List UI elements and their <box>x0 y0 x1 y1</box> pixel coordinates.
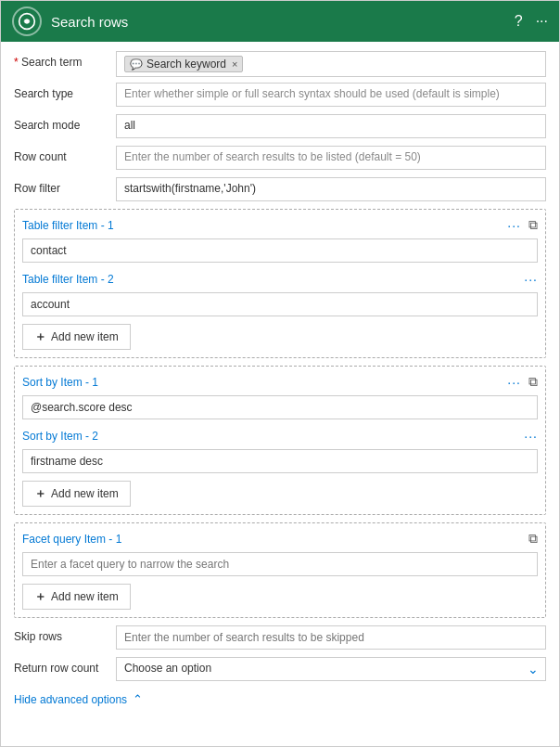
sort-by-item2-actions: ··· <box>524 429 538 444</box>
skip-rows-input-wrap <box>116 625 546 650</box>
row-filter-row: Row filter startswith(firstname,'John') <box>14 177 546 203</box>
return-row-count-select-wrap: Choose an option ⌄ <box>116 657 546 681</box>
sort-by-item1-actions: ··· ⧉ <box>507 374 538 390</box>
table-filter-add-label: Add new item <box>51 330 119 343</box>
row-count-label: Row count <box>14 146 116 163</box>
search-mode-row: Search mode all <box>14 114 546 140</box>
tag-chat-icon: 💬 <box>130 58 143 71</box>
tag-close-btn[interactable]: × <box>232 58 237 70</box>
search-mode-label: Search mode <box>14 114 116 132</box>
facet-query-item1-input[interactable] <box>22 552 538 576</box>
search-term-tag-input[interactable]: 💬 Search keyword × <box>116 51 546 77</box>
app-header: Search rows ? ··· <box>1 1 559 42</box>
facet-plus-icon: ＋ <box>34 588 46 605</box>
sort-plus-icon: ＋ <box>34 485 46 502</box>
content-area: Search term 💬 Search keyword × Search ty… <box>1 42 559 746</box>
search-keyword-tag: 💬 Search keyword × <box>124 56 243 72</box>
search-term-input-wrap: 💬 Search keyword × <box>116 51 546 77</box>
header-actions: ? ··· <box>515 13 548 30</box>
facet-query-item1-header: Facet query Item - 1 ⧉ <box>22 531 538 547</box>
table-filter-item1-title: Table filter Item - 1 <box>22 219 507 232</box>
table-filter-item2-header: Table filter Item - 2 ··· <box>22 272 538 287</box>
sort-by-section: Sort by Item - 1 ··· ⧉ Sort by Item - 2 … <box>14 366 546 515</box>
sort-by-item1-input[interactable] <box>22 395 538 419</box>
facet-query-section: Facet query Item - 1 ⧉ ＋ Add new item <box>14 522 546 618</box>
skip-rows-input[interactable] <box>116 625 546 650</box>
search-type-input[interactable]: Enter whether simple or full search synt… <box>116 83 546 107</box>
table-filter-item1-copy-icon[interactable]: ⧉ <box>528 217 538 233</box>
sort-by-item1-header: Sort by Item - 1 ··· ⧉ <box>22 374 538 390</box>
page-title: Search rows <box>51 14 515 30</box>
table-filter-add-btn[interactable]: ＋ Add new item <box>22 324 131 350</box>
skip-rows-row: Skip rows <box>14 625 546 651</box>
sort-by-item1-title: Sort by Item - 1 <box>22 376 507 389</box>
row-filter-label: Row filter <box>14 177 116 195</box>
row-filter-input[interactable]: startswith(firstname,'John') <box>116 177 546 201</box>
table-filter-item2-dots[interactable]: ··· <box>524 272 538 287</box>
sort-by-item1-dots[interactable]: ··· <box>507 375 521 390</box>
facet-query-item1-actions: ⧉ <box>528 531 538 547</box>
row-count-row: Row count Enter the number of search res… <box>14 146 546 172</box>
sort-by-item2-input[interactable] <box>22 449 538 473</box>
sort-by-add-label: Add new item <box>51 487 119 500</box>
table-filter-section: Table filter Item - 1 ··· ⧉ Table filter… <box>14 209 546 358</box>
skip-rows-label: Skip rows <box>14 625 116 643</box>
return-row-count-row: Return row count Choose an option ⌄ <box>14 657 546 683</box>
table-filter-item1-header: Table filter Item - 1 ··· ⧉ <box>22 217 538 233</box>
table-filter-item1-dots[interactable]: ··· <box>507 218 521 233</box>
return-row-count-select[interactable]: Choose an option <box>116 657 546 681</box>
more-icon[interactable]: ··· <box>536 13 548 30</box>
table-filter-item1-actions: ··· ⧉ <box>507 217 538 233</box>
search-type-row: Search type Enter whether simple or full… <box>14 83 546 109</box>
return-row-count-input-wrap: Choose an option ⌄ <box>116 657 546 681</box>
sort-by-item2-title: Sort by Item - 2 <box>22 430 524 443</box>
search-mode-input-wrap: all <box>116 114 546 138</box>
row-count-input-wrap: Enter the number of search results to be… <box>116 146 546 170</box>
search-mode-input[interactable]: all <box>116 114 546 138</box>
search-type-label: Search type <box>14 83 116 100</box>
sort-by-add-btn[interactable]: ＋ Add new item <box>22 481 131 507</box>
facet-query-item1-copy-icon[interactable]: ⧉ <box>528 531 538 547</box>
table-filter-item2-title: Table filter Item - 2 <box>22 273 524 286</box>
app-logo <box>12 6 42 36</box>
hide-advanced-btn[interactable]: Hide advanced options ⌃ <box>14 692 546 706</box>
tag-text: Search keyword <box>146 58 226 71</box>
plus-icon: ＋ <box>34 328 46 345</box>
row-filter-input-wrap: startswith(firstname,'John') <box>116 177 546 201</box>
return-row-count-label: Return row count <box>14 657 116 675</box>
table-filter-item2-input[interactable] <box>22 292 538 316</box>
table-filter-item2-actions: ··· <box>524 272 538 287</box>
table-filter-item1-input[interactable] <box>22 238 538 263</box>
search-term-row: Search term 💬 Search keyword × <box>14 51 546 77</box>
hide-advanced-label: Hide advanced options <box>14 693 127 706</box>
sort-by-item1-copy-icon[interactable]: ⧉ <box>528 374 538 390</box>
svg-point-1 <box>25 19 30 24</box>
sort-by-item2-header: Sort by Item - 2 ··· <box>22 429 538 444</box>
facet-query-add-btn[interactable]: ＋ Add new item <box>22 584 131 610</box>
search-term-label: Search term <box>14 51 116 69</box>
sort-by-item2-dots[interactable]: ··· <box>524 429 538 444</box>
facet-query-item1-title: Facet query Item - 1 <box>22 533 528 546</box>
search-type-input-wrap: Enter whether simple or full search synt… <box>116 83 546 107</box>
help-icon[interactable]: ? <box>515 13 523 30</box>
facet-query-add-label: Add new item <box>51 590 119 603</box>
row-count-input[interactable]: Enter the number of search results to be… <box>116 146 546 170</box>
chevron-up-icon: ⌃ <box>133 692 143 706</box>
